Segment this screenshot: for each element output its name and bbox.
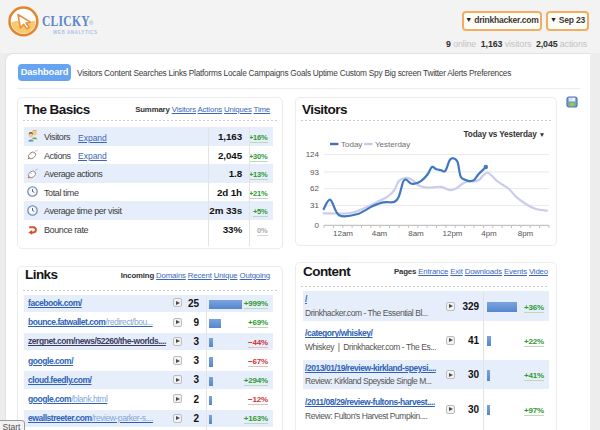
svg-text:93: 93 <box>310 168 319 177</box>
svg-text:12pm: 12pm <box>442 229 462 238</box>
svg-text:4am: 4am <box>372 229 388 238</box>
svg-text:8pm: 8pm <box>518 229 534 238</box>
svg-text:62: 62 <box>310 184 319 193</box>
svg-text:12am: 12am <box>333 229 353 238</box>
svg-text:Today: Today <box>341 140 362 149</box>
svg-text:8am: 8am <box>408 229 424 238</box>
svg-text:4pm: 4pm <box>481 229 497 238</box>
svg-text:31: 31 <box>310 201 319 210</box>
svg-text:0: 0 <box>315 221 320 230</box>
svg-text:124: 124 <box>306 150 320 159</box>
svg-text:Yesterday: Yesterday <box>375 140 410 149</box>
